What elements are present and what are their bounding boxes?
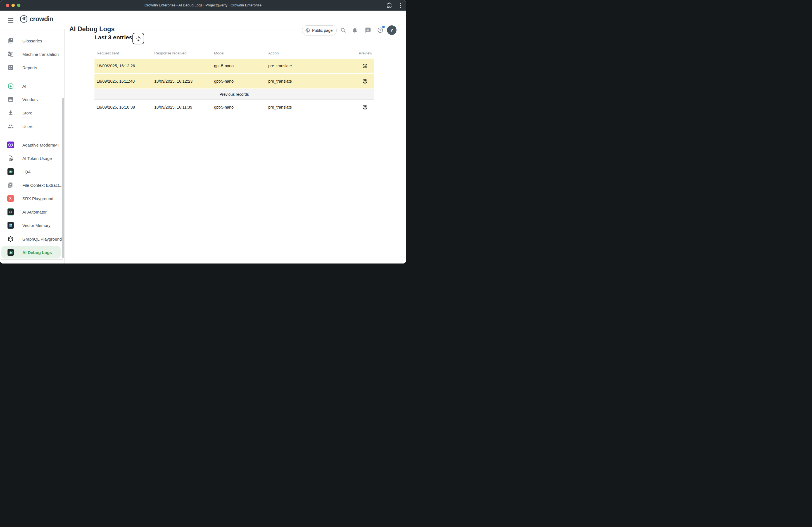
help-notification-dot: [382, 26, 385, 28]
table-header-row: Request sent Response received Model Act…: [95, 49, 374, 57]
search-icon[interactable]: [340, 27, 346, 33]
extensions-puzzle-icon[interactable]: [387, 2, 392, 8]
lqa-icon: [7, 168, 14, 175]
col-header-preview: Preview: [359, 51, 372, 55]
preview-eye-icon[interactable]: [362, 63, 368, 69]
sidebar-item-label: SRX Playground: [23, 196, 53, 201]
cell-model: gpt-5-nano: [214, 79, 234, 84]
public-page-button[interactable]: Public page: [302, 26, 337, 35]
ai-debug-logs-bug-icon: [7, 249, 14, 256]
sidebar-item-label: Store: [23, 110, 32, 115]
cell-action: pre_translate: [268, 79, 292, 84]
previous-records-button[interactable]: Previous records: [95, 89, 374, 100]
sidebar-item-file-context-extractor[interactable]: File Context Extract...: [1, 179, 61, 191]
minimize-window-button[interactable]: [12, 4, 15, 7]
ai-token-usage-icon: [7, 155, 14, 162]
public-page-label: Public page: [312, 28, 333, 33]
sidebar-item-label: Machine translation: [23, 52, 59, 57]
cell-action: pre_translate: [268, 105, 292, 109]
col-header-response-received: Response received: [154, 51, 187, 55]
app-header: crowdin AI Debug Logs Public page ? Y: [0, 11, 406, 29]
preview-eye-icon[interactable]: [362, 78, 368, 84]
download-icon: [7, 109, 14, 116]
machine-translation-icon: [7, 51, 14, 58]
sidebar-item-srx-playground[interactable]: SRX Playground: [1, 192, 61, 205]
help-icon[interactable]: ?: [377, 27, 383, 33]
svg-text:T: T: [10, 144, 12, 147]
cell-response-received: 18/09/2025, 16:12:23: [154, 79, 192, 84]
sidebar-item-label: Adaptive ModernMT: [23, 142, 60, 147]
vector-memory-icon: [7, 222, 14, 229]
glossaries-icon: [7, 37, 14, 44]
close-window-button[interactable]: [6, 4, 9, 7]
window-title: Crowdin Enterprise - AI Debug Logs | Pro…: [144, 3, 262, 7]
cell-response-received: 18/09/2025, 16:11:39: [154, 105, 192, 109]
svg-text:⚙: ⚙: [9, 210, 12, 214]
sidebar-item-vendors[interactable]: Vendors: [1, 93, 61, 106]
sidebar-scrollbar-thumb[interactable]: [62, 98, 64, 258]
sidebar-item-ai[interactable]: AI: [1, 80, 61, 92]
refresh-icon: [135, 36, 141, 42]
sidebar-item-graphql-playground[interactable]: GraphQL Playground: [1, 233, 61, 245]
svg-text:?: ?: [379, 29, 381, 32]
col-header-request-sent: Request sent: [97, 51, 119, 55]
hamburger-menu-icon[interactable]: [8, 18, 13, 22]
file-context-extractor-icon: [7, 182, 14, 189]
globe-icon: [305, 28, 310, 33]
sidebar: Glossaries Machine translation Reports A…: [0, 29, 64, 264]
browser-menu-kebab-icon[interactable]: [400, 3, 402, 8]
sidebar-item-label: Users: [23, 124, 33, 129]
page-title: AI Debug Logs: [69, 26, 115, 33]
cell-request-sent: 18/09/2025, 16:11:40: [97, 79, 135, 84]
sidebar-item-adaptive-modernmt[interactable]: T Adaptive ModernMT: [1, 139, 61, 151]
sidebar-item-users[interactable]: Users: [1, 120, 61, 133]
sidebar-divider: [6, 136, 55, 136]
ai-sparkle-icon: [7, 82, 14, 89]
sidebar-item-label: Glossaries: [23, 39, 42, 43]
maximize-window-button[interactable]: [17, 4, 20, 7]
sidebar-item-store[interactable]: Store: [1, 107, 61, 119]
section-heading: Last 3 entries: [95, 34, 132, 41]
avatar-initial: Y: [390, 28, 393, 33]
sidebar-item-label: AI Automator: [23, 210, 47, 214]
sidebar-item-label: AI Token Usage: [23, 156, 52, 161]
reports-icon: [7, 64, 14, 71]
crowdin-logo[interactable]: crowdin: [20, 15, 53, 23]
debug-logs-table: Request sent Response received Model Act…: [95, 49, 374, 115]
table-row: 18/09/2025, 16:12:26 gpt-5-nano pre_tran…: [95, 59, 374, 73]
adaptive-modernmt-icon: T: [7, 141, 14, 148]
col-header-model: Model: [214, 51, 224, 55]
ai-automator-icon: ⚙: [7, 209, 14, 215]
crowdin-logo-icon: [20, 15, 28, 23]
sidebar-item-label: Vendors: [23, 97, 38, 102]
cell-request-sent: 18/09/2025, 16:10:39: [97, 105, 135, 109]
cell-model: gpt-5-nano: [214, 105, 234, 109]
sidebar-item-reports[interactable]: Reports: [1, 61, 61, 74]
sidebar-item-label: File Context Extract...: [23, 183, 62, 187]
sidebar-item-machine-translation[interactable]: Machine translation: [1, 48, 61, 60]
sidebar-item-label: Vector Memory: [23, 223, 50, 228]
graphql-icon: [7, 236, 14, 242]
cell-action: pre_translate: [268, 64, 292, 68]
sidebar-item-ai-automator[interactable]: ⚙ AI Automator: [1, 206, 61, 218]
sidebar-item-ai-token-usage[interactable]: AI Token Usage: [1, 152, 61, 164]
refresh-button[interactable]: [132, 33, 144, 44]
sidebar-item-vector-memory[interactable]: Vector Memory: [1, 219, 61, 231]
notifications-bell-icon[interactable]: [352, 27, 358, 33]
cell-request-sent: 18/09/2025, 16:12:26: [97, 64, 135, 68]
previous-records-label: Previous records: [219, 92, 249, 96]
sidebar-item-glossaries[interactable]: Glossaries: [1, 35, 61, 47]
screen: Crowdin Enterprise - AI Debug Logs | Pro…: [0, 0, 406, 264]
cell-model: gpt-5-nano: [214, 64, 234, 68]
storefront-icon: [7, 96, 14, 103]
chat-icon[interactable]: [365, 27, 371, 33]
preview-eye-icon[interactable]: [362, 104, 368, 110]
users-icon: [7, 123, 14, 130]
user-avatar[interactable]: Y: [387, 26, 396, 35]
sidebar-item-label: GraphQL Playground: [23, 237, 62, 241]
sidebar-item-ai-debug-logs[interactable]: AI Debug Logs: [1, 246, 61, 258]
sidebar-item-lqa[interactable]: LQA: [1, 166, 61, 178]
srx-playground-icon: [7, 195, 14, 202]
table-row: 18/09/2025, 16:11:40 18/09/2025, 16:12:2…: [95, 74, 374, 89]
sidebar-item-label: AI: [23, 84, 26, 89]
